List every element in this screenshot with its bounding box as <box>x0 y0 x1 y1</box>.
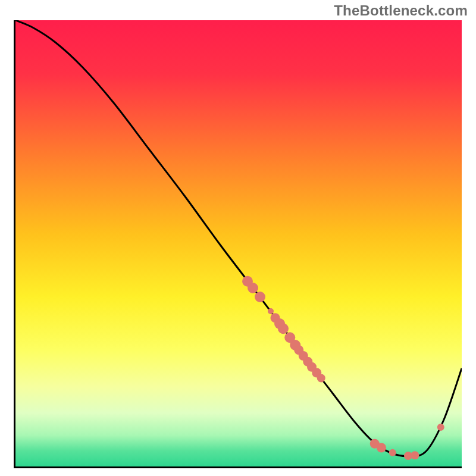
data-point <box>278 323 289 334</box>
data-point <box>248 283 258 293</box>
chart-plot-area <box>14 20 462 468</box>
chart-curve-layer <box>15 20 462 466</box>
data-point <box>317 374 325 383</box>
watermark-label: TheBottleneck.com <box>334 2 468 19</box>
data-point <box>437 424 444 431</box>
bottleneck-curve <box>15 20 462 456</box>
data-points-group <box>242 276 444 460</box>
data-point <box>411 451 419 459</box>
data-point <box>377 443 386 453</box>
data-point <box>268 308 274 314</box>
data-point <box>255 292 265 302</box>
data-point <box>389 449 396 456</box>
